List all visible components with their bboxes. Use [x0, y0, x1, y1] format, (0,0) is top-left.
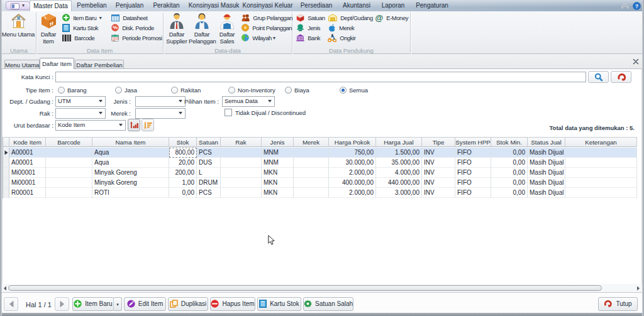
- svg-text:?: ?: [635, 3, 639, 9]
- svg-text:@: @: [375, 14, 382, 22]
